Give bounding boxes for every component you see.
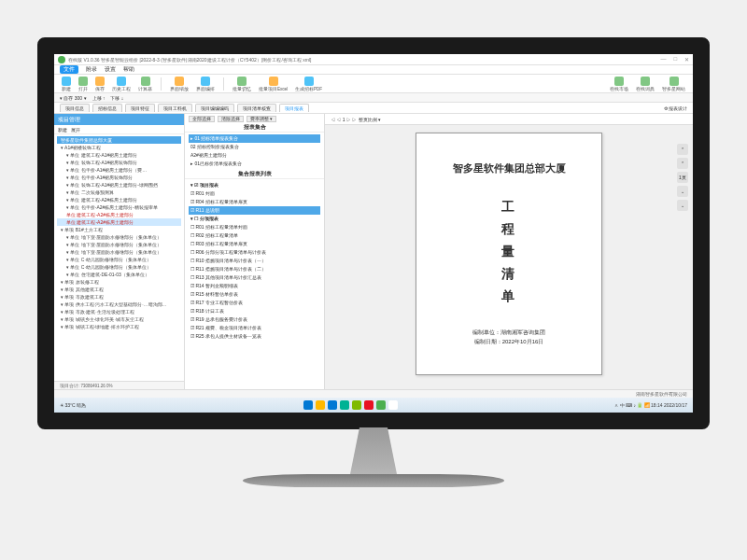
tree-node[interactable]: ▾ A1#裙楼装饰工程 [57,144,181,151]
project-tree[interactable]: 智多星软件集团总部大厦▾ A1#裙楼装饰工程▾ 单位 建筑工程-A1#裙房土建部… [54,134,184,381]
list-item[interactable]: ☑ R15 材料暂估单价表 [189,290,320,299]
tree-node[interactable]: 智多星软件集团总部大厦 [57,136,181,144]
list-item[interactable]: ☑ R11 总说明 [189,206,320,215]
taskbar-app-0[interactable] [303,400,313,410]
tree-node[interactable]: ▾ 单位 C·幼儿园防修缮部分（集体单位） [57,263,181,271]
tree-node[interactable]: ▾ 单位 地下室·屋面防水修缮部分（集体单位） [57,248,181,256]
tree-node[interactable]: ▾ 单位 建筑工程-A2#栋房土建部分 [57,196,181,203]
tree-node[interactable]: ▾ 单位 地下室·屋面防水修缮部分（集体单位） [57,233,181,241]
taskbar-app-7[interactable] [388,400,398,410]
tree-node[interactable]: ▾ 单项 B1#土方工程 [57,226,181,233]
list-item[interactable]: ☐ R06 分部分项工程量清单与计价表 [189,248,320,257]
tab-1[interactable]: 招标信息 [92,104,122,112]
toolbar-btn-1[interactable]: 打开 [77,77,90,91]
tree-node[interactable]: ▾ 单项 城镇乡主-绿化环美·城市灰尘工程 [57,315,181,323]
tree-node[interactable]: ▾ 单位 建筑工程-A1#裙房土建部分 [57,151,181,159]
tree-node[interactable]: ▾ 单项 市政·建筑·生活垃圾处理工程 [57,308,181,315]
tab-3[interactable]: 项目工料机 [158,104,192,112]
menu-1[interactable]: 附录 [86,66,97,73]
tab-0[interactable]: 项目信息 [60,104,90,112]
move-down-button[interactable]: 下移 ↓ [110,95,123,101]
list-item[interactable]: ☑ R04 招标工程量清单扉页 [189,198,320,206]
tab-2[interactable]: 项目特征 [125,104,155,112]
minimize-button[interactable]: — [660,56,666,63]
expand-tab[interactable]: 展开 [71,127,80,133]
report-design-button[interactable]: ⚙ 报表设计 [664,105,687,111]
list-item[interactable]: ☐ R03 招标工程量清单扉页 [189,240,320,248]
list-item[interactable]: ▾ ☐ 分项报表 [189,215,320,223]
menu-2[interactable]: 设置 [105,66,116,73]
list-item[interactable]: ☐ R01 招标工程量清单封面 [189,223,320,231]
pv-side-btn-2[interactable]: 1页 [677,172,688,183]
tree-node[interactable]: ▾ 单位 装饰工程-A1#裙房土建部分-绿网围挡 [57,181,181,189]
taskbar-app-2[interactable] [328,400,337,410]
toolbar-btn-4[interactable]: 计算器 [136,77,154,91]
close-button[interactable]: ✕ [684,56,689,63]
toolbar-btn-6[interactable]: 界面编排 [194,77,217,91]
list-item[interactable]: ☑ R01 封面 [189,189,320,198]
list-item[interactable]: ☐ R11 措施项目清单与计价表（二） [189,265,320,273]
tree-node[interactable]: ▾ 单项 原装修工程 [57,278,181,286]
tree-node[interactable]: ▾ 单项 市政建筑工程 [57,293,181,301]
tree-node[interactable]: 单位 建筑工程-A2#栋房土建部分 [57,211,181,218]
tab-5[interactable]: 项目清单核查 [237,104,276,112]
tree-node[interactable]: 单位 建筑工程-A2#栋房土建部分 [57,218,181,226]
tree-node[interactable]: ▾ 单位 装饰工程-A1#裙房装饰部分 [57,159,181,166]
list-item[interactable]: ☐ R13 其他项目清单与计价汇总表 [189,273,320,282]
tree-node[interactable]: ▾ 单位 包干价-A1#裙房土建部分（费… [57,166,181,174]
list-item[interactable]: ☑ R19 总承包服务费计价表 [189,315,320,324]
list-item[interactable]: ☑ R21 规费、税金项目清单计价表 [189,324,320,332]
new-tab[interactable]: 新建 [58,127,67,133]
list-item[interactable]: 02 招标控制价报表集合 [189,143,320,151]
tree-node[interactable]: ▾ 单项 供水工程·污水工程大型基础部分·…暗沟部… [57,301,181,308]
autosave-dropdown[interactable]: ▾ 自存 300 ▾ [60,95,87,101]
pv-side-btn-3[interactable]: ⌄ [677,186,688,197]
windows-taskbar[interactable]: ☀ 33°C 晴热 ∧ 中 ⌨ ♪ 🔋 📶 18:14 2022/10/17 [54,398,693,413]
toolbar-btn-5[interactable]: 界面缩放 [168,77,190,91]
taskbar-app-4[interactable] [352,400,361,410]
tree-node[interactable]: ▾ 单位 包干价-A2#栋房土建部分-精装报审单 [57,203,181,211]
list-item[interactable]: ☑ R17 专业工程暂估价表 [189,299,320,307]
menu-3[interactable]: 帮助 [123,66,134,73]
toolbar-right-2[interactable]: 智多星网站 [660,77,687,91]
weather-widget[interactable]: ☀ 33°C 晴热 [60,402,86,408]
tree-node[interactable]: ▾ 单位 地下室·屋面防水修缮部分（集体单位） [57,241,181,248]
tree-node[interactable]: ▾ 单位 包干价-A1#裙房装饰部分 [57,174,181,181]
pv-side-btn-4[interactable]: ⌄ [677,200,688,211]
tree-node[interactable]: ▾ 单位 C·幼儿园防修缮部分（集体单位） [57,256,181,263]
list-item[interactable]: A2#裙房土建部分 [189,151,320,160]
maximize-button[interactable]: □ [673,56,677,63]
tree-node[interactable]: ▾ 单位 住宅建筑-DE-01-03（集体单位） [57,271,181,278]
mid-btn-0[interactable]: 全部选择 [189,116,215,122]
page-nav[interactable]: ◁ ◁ 1 ▷ ▷ 整页比例 ▾ [331,117,381,122]
move-up-button[interactable]: 上移 ↑ [92,95,106,101]
list-item[interactable]: ☑ R14 暂列金额明细表 [189,282,320,290]
taskbar-app-5[interactable] [364,400,374,410]
toolbar-right-1[interactable]: 在线词典 [634,77,656,91]
toolbar-btn-3[interactable]: 历史工程 [110,77,133,91]
menu-0[interactable]: 文件 [60,65,78,74]
list-item[interactable]: ▸ 01已标价清单报表集合 [189,160,320,168]
list-item[interactable]: ☑ R25 承包人提供主材设备一览表 [189,332,320,341]
list-item[interactable]: ☐ R02 招标工程量清单 [189,231,320,240]
taskbar-app-6[interactable] [376,400,386,410]
mid-btn-2[interactable]: 费率调整 ▾ [247,116,276,122]
list-item[interactable]: ☑ R18 计日工表 [189,307,320,315]
tab-4[interactable]: 项目编编编码 [195,104,234,112]
toolbar-btn-7[interactable]: 批量切忆 [231,77,253,91]
mid-btn-1[interactable]: 清除选择 [218,116,244,122]
toolbar-btn-0[interactable]: 新建 [60,77,73,91]
toolbar-right-0[interactable]: 在线市场 [608,77,630,91]
preview-side-controls[interactable]: ⌃⌃1页⌄⌄ [676,144,689,211]
taskbar-app-1[interactable] [316,400,325,410]
list-item[interactable]: ☐ R10 措施项目清单与计价表（一） [189,257,320,265]
pv-side-btn-0[interactable]: ⌃ [677,144,688,155]
taskbar-app-3[interactable] [340,400,349,410]
toolbar-btn-2[interactable]: 保存 [93,77,106,91]
toolbar-btn-8[interactable]: 批量项目Excel [257,77,289,91]
tree-node[interactable]: ▾ 单项 城镇工程-绿地建·排水环护工程 [57,323,181,330]
pv-side-btn-1[interactable]: ⌃ [677,158,688,169]
report-set-list[interactable]: ▸ 01 招标清单报表集合02 招标控制价报表集合A2#裙房土建部分▸ 01已标… [185,133,324,170]
report-items-list[interactable]: ▾ ☑ 项目报表☑ R01 封面☑ R04 招标工程量清单扉页☑ R11 总说明… [185,179,324,389]
system-tray[interactable]: ∧ 中 ⌨ ♪ 🔋 📶 18:14 2022/10/17 [614,402,687,408]
